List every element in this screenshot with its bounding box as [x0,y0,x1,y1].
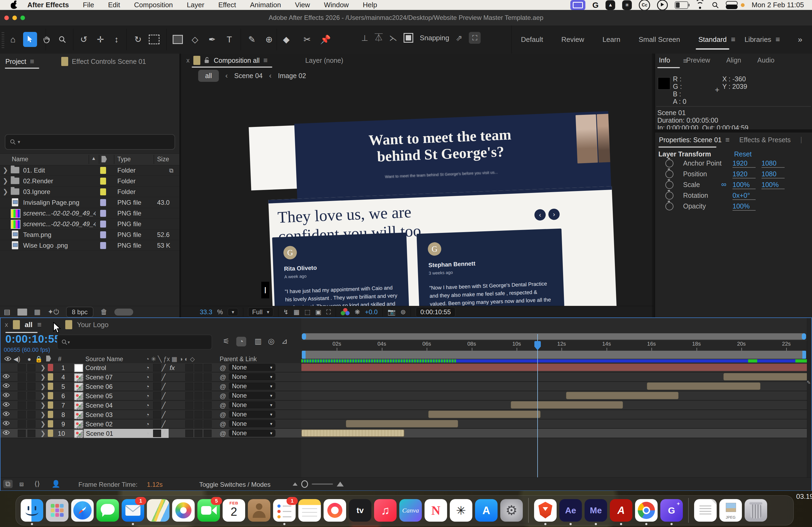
disclosure-chevron-icon[interactable]: ❯ [40,402,46,409]
tool-brush[interactable]: ✎ [245,32,259,47]
timeline-layer-row-scene-02[interactable]: ❯9Scene 02◔╱@None▾ [1,419,301,429]
dock-item-finder[interactable] [21,499,43,522]
unlock-icon[interactable] [204,57,210,64]
dock-item-appstore[interactable]: A [475,499,497,522]
layer-name[interactable]: Scene 06 [85,383,144,390]
parent-pickwhip-icon[interactable]: @ [220,392,226,400]
timeline-layer-row-scene-05[interactable]: ❯6Scene 05◔╱@None▾ [1,391,301,401]
layer-name[interactable]: Control [85,364,144,372]
layer-label-color[interactable] [48,373,53,380]
collapse-cell[interactable] [153,364,161,371]
project-search-input[interactable]: ▾ [5,134,175,150]
snapshot-icon[interactable]: 📷 [388,308,395,316]
creative-cloud-icon[interactable]: Cc [639,0,650,11]
parent-pickwhip-icon[interactable]: @ [220,420,226,428]
timeline-track-area[interactable]: 0:00s02s04s06s08s10s12s14s16s18s20s22s [301,318,808,478]
carousel-next-button[interactable]: › [548,209,560,220]
timeline-layer-row-scene-03[interactable]: ❯8Scene 03◔╱@None▾ [1,410,301,419]
screen-mirroring-icon[interactable] [570,0,585,10]
dock-item-textedit[interactable] [694,499,717,522]
property-value[interactable]: 100% [733,202,756,211]
disclosure-chevron-icon[interactable]: ❯ [3,177,8,185]
crop-icon[interactable]: ⛶ [326,308,331,316]
parent-pickwhip-icon[interactable]: @ [220,411,226,419]
collapse-cell[interactable] [153,383,161,390]
fx-switch-icon[interactable]: fx [170,364,175,372]
property-value[interactable]: 1080 [762,160,785,168]
collapse-cell[interactable] [153,411,161,418]
world-axis-icon[interactable]: ⏄ [375,33,383,42]
link-scale-icon[interactable]: ∞ [721,180,726,189]
eye-icon[interactable] [3,374,10,379]
dock-item-chatgpt[interactable]: ✳ [450,499,472,522]
tab-timeline-your-logo[interactable]: Your Logo [77,321,109,329]
view-axis-icon[interactable]: ⋋ [389,33,397,43]
dock-item-me[interactable]: Me [584,499,607,522]
property-value[interactable]: 1920 [733,170,756,178]
zoom-dropdown[interactable]: ▾ [228,308,238,316]
shy-switch-icon[interactable]: ◔ [146,383,149,390]
dock-item-calendar[interactable]: FEB2 [222,499,245,522]
project-columns-header[interactable]: Name ▲ Type Size [0,153,179,165]
tool-camera-marquee[interactable] [147,32,161,47]
shy-switch-icon[interactable]: ◔ [146,402,149,409]
label-color-swatch[interactable] [100,178,106,185]
dock-item-chrome[interactable] [635,499,657,522]
workspace-overflow-chevron[interactable]: » [798,35,812,44]
tool-home[interactable]: ⌂ [6,32,20,47]
timeline-columns-header[interactable]: ◀) ● 🔒 # Source Name ◔ ✳ ╲ ƒx ▦ ◑ ◐ ◇ Pa… [1,356,301,363]
fast-preview-icon[interactable]: ↯ [283,308,289,316]
label-color-swatch[interactable] [100,199,106,206]
viewer-timecode[interactable]: 0:00:10:55 [416,307,455,317]
region-of-interest-icon[interactable]: ⬚ [305,308,311,316]
timeline-track-row[interactable] [301,419,808,429]
layer-duration-bar-scene-07[interactable] [723,373,808,380]
layer-name[interactable]: Scene 07 [85,374,144,381]
tool-orbit[interactable]: ↺ [77,32,91,47]
panel-resize-pill[interactable] [114,308,133,316]
timeline-layer-row-scene-01[interactable]: ❯10Scene 01◔╱@None▾ [1,429,301,438]
disclosure-chevron-icon[interactable]: ❯ [40,364,46,371]
switch-cell[interactable] [18,411,26,418]
layer-duration-bar-control[interactable] [301,364,808,371]
stopwatch-icon[interactable] [665,202,673,210]
toggle-switches-modes-button[interactable]: Toggle Switches / Modes [199,481,271,488]
tool-stamp[interactable]: ⊕ [262,32,276,47]
parent-link-dropdown[interactable]: None▾ [229,373,276,380]
tab-layer[interactable]: Layer (none) [305,57,344,64]
timeline-track-row[interactable] [301,373,808,382]
play-circle-icon[interactable] [657,0,668,11]
in-out-panes-icon[interactable]: ⟨⟩ [34,480,40,488]
rasterize-switch-icon[interactable]: ╱ [162,402,165,409]
menu-item-help[interactable]: Help [363,1,377,9]
composition-mini-flowchart-icon[interactable]: ⚟ [223,337,230,346]
dock-item-appletv[interactable]: tv [349,499,371,522]
playhead-line[interactable] [537,334,538,478]
close-tab-icon[interactable]: x [5,321,8,328]
dock-item-music[interactable]: ♫ [374,499,396,522]
project-row[interactable]: screenc...-02-02-09_49_42.pngPNG file [0,219,179,229]
collapse-cell[interactable] [153,430,161,437]
local-axis-icon[interactable]: ⊥ [361,33,368,43]
rasterize-switch-icon[interactable]: ╱ [162,383,165,390]
rasterize-switch-icon[interactable]: ╱ [162,374,165,381]
timeline-current-timecode[interactable]: 0:00:10:55 [5,333,61,345]
label-color-swatch[interactable] [100,221,106,228]
tab-effects-presets[interactable]: Effects & Presets [739,136,791,144]
switch-cell[interactable] [27,383,35,390]
layer-duration-bar-scene-04[interactable] [511,401,623,409]
show-snapshot-icon[interactable]: ⊚ [400,308,406,316]
layer-name[interactable]: Scene 05 [85,392,144,400]
layer-name[interactable]: Scene 02 [85,420,144,428]
dock-item-notes[interactable] [298,499,321,522]
apple-menu-icon[interactable] [11,1,18,9]
project-row[interactable]: Team.pngPNG file52.6 [0,229,179,240]
property-value[interactable]: 100% [762,181,785,189]
time-ruler[interactable]: 0:00s02s04s06s08s10s12s14s16s18s20s22s [301,341,808,350]
layer-name[interactable]: Scene 03 [85,411,144,419]
switch-cell[interactable] [27,364,35,371]
switch-cell[interactable] [27,373,35,381]
layer-label-color[interactable] [48,411,53,418]
disclosure-chevron-icon[interactable]: ❯ [40,383,46,390]
eye-icon[interactable] [3,411,10,416]
